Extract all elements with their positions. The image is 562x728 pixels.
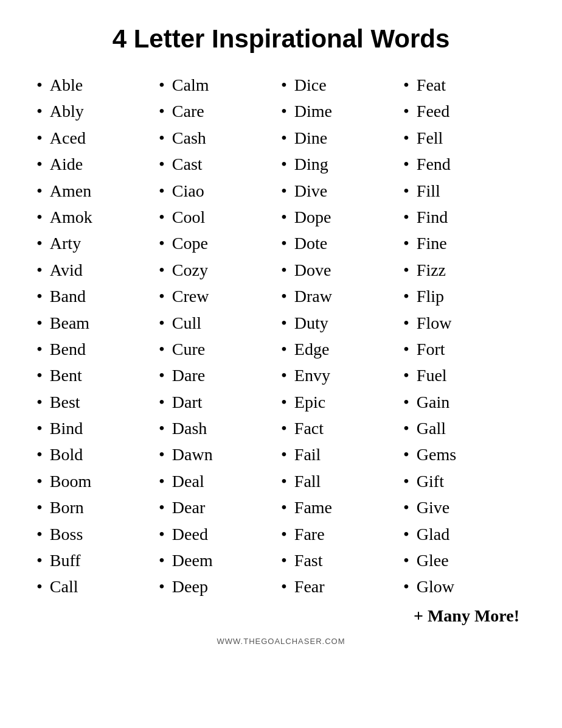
list-item: Duty xyxy=(281,310,403,336)
list-item: Glad xyxy=(403,521,526,547)
word-column-3: DiceDimeDineDingDiveDopeDoteDoveDrawDuty… xyxy=(281,72,403,600)
list-item: Gall xyxy=(403,415,526,441)
page-title: 4 Letter Inspirational Words xyxy=(36,24,526,54)
list-item: Epic xyxy=(281,389,403,415)
list-item: Dope xyxy=(281,204,403,230)
list-item: Boss xyxy=(36,521,159,547)
list-item: Dime xyxy=(281,98,403,124)
list-item: Avid xyxy=(36,257,159,283)
list-item: Cure xyxy=(159,336,281,362)
list-item: Fell xyxy=(403,125,526,151)
list-item: Bind xyxy=(36,415,159,441)
list-item: Cozy xyxy=(159,257,281,283)
list-item: Deem xyxy=(159,547,281,573)
list-item: Flow xyxy=(403,310,526,336)
list-item: Dash xyxy=(159,415,281,441)
many-more-label: + Many More! xyxy=(414,606,526,626)
word-column-1: AbleAblyAcedAideAmenAmokArtyAvidBandBeam… xyxy=(36,72,159,600)
list-item: Fear xyxy=(281,573,403,600)
list-item: Deep xyxy=(159,573,281,600)
list-item: Bold xyxy=(36,441,159,467)
list-item: Glow xyxy=(403,573,526,600)
list-item: Best xyxy=(36,389,159,415)
list-item: Boom xyxy=(36,468,159,494)
word-column-2: CalmCareCashCastCiaoCoolCopeCozyCrewCull… xyxy=(159,72,281,600)
list-item: Crew xyxy=(159,283,281,309)
list-item: Bend xyxy=(36,336,159,362)
list-item: Fare xyxy=(281,521,403,547)
list-item: Calm xyxy=(159,72,281,98)
list-item: Amok xyxy=(36,204,159,230)
list-item: Deed xyxy=(159,521,281,547)
list-item: Ciao xyxy=(159,178,281,204)
footer-row: + Many More! xyxy=(36,606,526,626)
list-item: Buff xyxy=(36,547,159,573)
list-item: Fuel xyxy=(403,362,526,388)
list-item: Glee xyxy=(403,547,526,573)
website-footer: WWW.THEGOALCHASER.COM xyxy=(36,637,526,646)
list-item: Dare xyxy=(159,362,281,388)
list-item: Able xyxy=(36,72,159,98)
list-item: Dine xyxy=(281,125,403,151)
list-item: Dear xyxy=(159,494,281,520)
list-item: Cast xyxy=(159,151,281,177)
list-item: Call xyxy=(36,573,159,600)
list-item: Gift xyxy=(403,468,526,494)
list-item: Flip xyxy=(403,283,526,309)
list-item: Cool xyxy=(159,204,281,230)
list-item: Envy xyxy=(281,362,403,388)
list-item: Feed xyxy=(403,98,526,124)
word-column-4: FeatFeedFellFendFillFindFineFizzFlipFlow… xyxy=(403,72,526,600)
list-item: Born xyxy=(36,494,159,520)
list-item: Band xyxy=(36,283,159,309)
list-item: Give xyxy=(403,494,526,520)
list-item: Aced xyxy=(36,125,159,151)
list-item: Aide xyxy=(36,151,159,177)
list-item: Care xyxy=(159,98,281,124)
list-item: Fill xyxy=(403,178,526,204)
list-item: Dart xyxy=(159,389,281,415)
list-item: Find xyxy=(403,204,526,230)
list-item: Arty xyxy=(36,230,159,256)
list-item: Ably xyxy=(36,98,159,124)
list-item: Dive xyxy=(281,178,403,204)
list-item: Fast xyxy=(281,547,403,573)
list-item: Cull xyxy=(159,310,281,336)
list-item: Dawn xyxy=(159,441,281,467)
list-item: Fail xyxy=(281,441,403,467)
list-item: Edge xyxy=(281,336,403,362)
list-item: Dote xyxy=(281,230,403,256)
word-list-container: AbleAblyAcedAideAmenAmokArtyAvidBandBeam… xyxy=(36,72,526,600)
list-item: Dice xyxy=(281,72,403,98)
list-item: Fine xyxy=(403,230,526,256)
list-item: Amen xyxy=(36,178,159,204)
list-item: Gain xyxy=(403,389,526,415)
list-item: Fame xyxy=(281,494,403,520)
list-item: Cash xyxy=(159,125,281,151)
list-item: Feat xyxy=(403,72,526,98)
list-item: Draw xyxy=(281,283,403,309)
list-item: Cope xyxy=(159,230,281,256)
list-item: Fort xyxy=(403,336,526,362)
list-item: Gems xyxy=(403,441,526,467)
list-item: Deal xyxy=(159,468,281,494)
list-item: Fend xyxy=(403,151,526,177)
list-item: Fact xyxy=(281,415,403,441)
list-item: Fizz xyxy=(403,257,526,283)
list-item: Dove xyxy=(281,257,403,283)
list-item: Ding xyxy=(281,151,403,177)
list-item: Beam xyxy=(36,310,159,336)
list-item: Fall xyxy=(281,468,403,494)
list-item: Bent xyxy=(36,362,159,388)
